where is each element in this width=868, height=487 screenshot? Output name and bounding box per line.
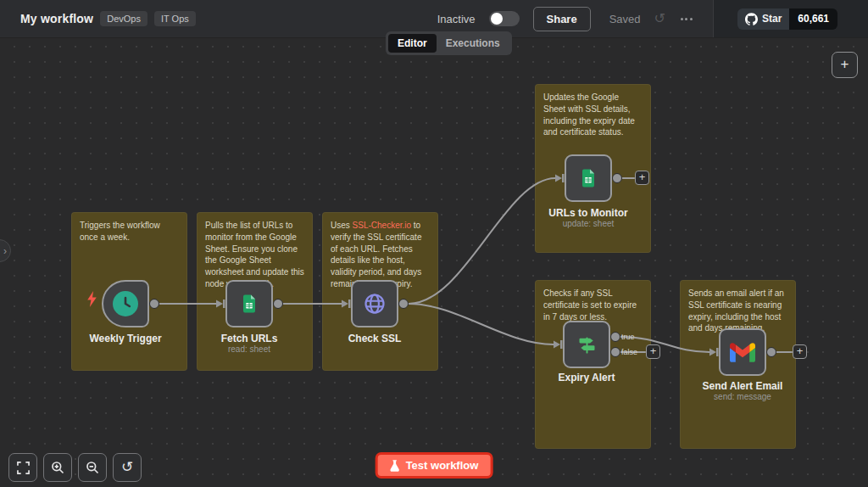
node-label: Fetch URLs (190, 333, 309, 344)
zoom-in-icon (51, 461, 64, 474)
view-tabs: Editor Executions (386, 31, 512, 55)
node-subtitle: update: sheet (529, 219, 648, 228)
workflow-title[interactable]: My workflow (20, 12, 93, 25)
star-label: Star (762, 13, 782, 25)
node-label: Check SSL (315, 333, 434, 344)
globe-icon (363, 292, 387, 316)
gmail-icon (730, 343, 755, 362)
flask-icon (390, 460, 400, 472)
port-label-false: false (621, 348, 637, 356)
sticky-text: Triggers the workflow once a week. (80, 221, 160, 242)
sticky-text: Pulls the list of URLs to monitor from t… (205, 221, 304, 288)
tag-itops[interactable]: IT Ops (154, 11, 196, 26)
tag-devops[interactable]: DevOps (100, 11, 147, 26)
add-node-endpoint[interactable]: + (635, 171, 649, 185)
node-label: Expiry Alert (527, 372, 646, 383)
node-check-ssl[interactable] (351, 280, 398, 327)
reset-zoom-button[interactable]: ↺ (113, 453, 142, 482)
test-workflow-button[interactable]: Test workflow (376, 452, 493, 479)
sticky-text: Checks if any SSL certificate is set to … (543, 288, 637, 322)
port-label-true: true (621, 333, 635, 341)
node-urls-to-monitor[interactable] (565, 154, 612, 202)
github-star-button[interactable]: Star 60,661 (737, 8, 837, 30)
node-send-alert-email[interactable] (719, 328, 766, 376)
zoom-in-button[interactable] (43, 453, 72, 482)
zoom-to-fit-button[interactable] (8, 453, 37, 482)
sticky-text: Sends an email alert if an SSL certifica… (688, 288, 784, 333)
active-status-label: Inactive (437, 13, 476, 25)
node-fetch-urls[interactable] (225, 280, 273, 327)
node-subtitle: send: message (683, 392, 802, 401)
sticky-text: Updates the Google Sheet with SSL detail… (543, 92, 635, 137)
sticky-text: to verify the SSL certificate of each UR… (331, 221, 421, 288)
star-count: 60,661 (789, 8, 837, 30)
canvas-controls: ↺ (8, 453, 142, 482)
history-icon[interactable]: ↺ (654, 12, 665, 25)
tab-executions[interactable]: Executions (437, 34, 509, 53)
active-toggle[interactable] (489, 11, 520, 26)
zoom-out-button[interactable] (78, 453, 107, 482)
fit-view-icon (17, 462, 30, 474)
sticky-text: Uses (331, 221, 353, 230)
github-section: Star 60,661 (713, 0, 868, 37)
node-weekly-trigger[interactable] (102, 280, 149, 327)
node-subtitle: read: sheet (190, 344, 309, 354)
trigger-bolt-icon (86, 291, 97, 307)
add-node-button[interactable]: + (832, 52, 858, 78)
add-node-endpoint[interactable]: + (793, 344, 807, 359)
node-label: Send Alert Email (683, 380, 802, 392)
github-icon (745, 13, 758, 25)
node-label: Weekly Trigger (66, 333, 185, 344)
share-button[interactable]: Share (533, 7, 591, 31)
more-options-icon[interactable] (679, 14, 694, 24)
saved-status: Saved (609, 13, 641, 25)
add-node-endpoint[interactable]: + (646, 344, 660, 359)
switch-icon (576, 333, 598, 356)
reset-zoom-icon: ↺ (121, 460, 133, 474)
clock-icon (113, 291, 138, 316)
toggle-knob (491, 13, 503, 25)
ssl-checker-link[interactable]: SSL-Checker.io (353, 221, 411, 230)
google-sheets-icon (239, 294, 259, 314)
node-expiry-alert[interactable] (563, 321, 610, 368)
tab-editor[interactable]: Editor (388, 34, 437, 53)
test-workflow-label: Test workflow (406, 459, 479, 472)
node-label: URLs to Monitor (529, 207, 648, 219)
zoom-out-icon (86, 461, 99, 474)
google-sheets-icon (578, 168, 598, 188)
